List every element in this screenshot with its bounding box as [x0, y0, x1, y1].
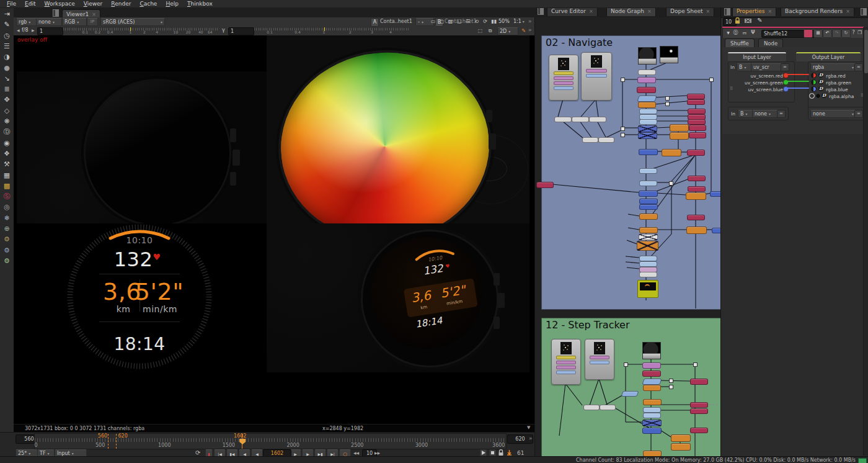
graph-node[interactable] — [638, 70, 656, 75]
more-chevron-icon[interactable]: » — [528, 18, 532, 24]
viewer-canvas[interactable]: overlay off 10:10 132 ♥ 3,6 5'2" k — [14, 35, 534, 424]
graph-node[interactable] — [639, 168, 657, 174]
time-icon[interactable]: ◷ — [0, 31, 14, 41]
graph-node[interactable] — [639, 214, 658, 220]
equals-button[interactable]: = — [777, 110, 786, 118]
display-channels-dropdown[interactable]: RGB▾ — [62, 18, 87, 26]
graph-node[interactable] — [639, 199, 658, 204]
graph-dot-node[interactable] — [693, 362, 698, 367]
panel-icon[interactable] — [537, 7, 544, 16]
transform-icon[interactable]: ✥ — [0, 95, 14, 105]
playhead[interactable]: 1602 — [242, 434, 242, 449]
fstop-next-icon[interactable]: ▶ — [32, 28, 35, 32]
graph-node[interactable] — [643, 399, 662, 405]
graph-node[interactable] — [712, 228, 721, 233]
toolsets-icon[interactable]: ⚒ — [0, 160, 14, 169]
deep-icon[interactable]: Ⓓ — [0, 127, 14, 137]
input-layer-dropdown[interactable]: uv_scr — [751, 63, 782, 71]
graph-node[interactable] — [687, 215, 705, 220]
graph-node[interactable] — [643, 407, 661, 413]
write-node[interactable] — [637, 280, 658, 298]
group-node[interactable] — [549, 55, 578, 101]
read-node[interactable] — [642, 342, 661, 359]
zoom-level-dropdown[interactable]: 50% — [498, 19, 510, 24]
graph-node[interactable] — [637, 241, 658, 251]
graph-node[interactable] — [598, 137, 614, 143]
menu-render[interactable]: Render — [107, 1, 135, 7]
input-a-value[interactable]: Conta..heet1 — [380, 19, 412, 24]
graph-dot-node[interactable] — [665, 102, 670, 106]
graph-node[interactable] — [710, 191, 721, 197]
graph-node[interactable] — [639, 109, 657, 114]
more-chevron-icon[interactable]: » — [529, 435, 533, 441]
menu-edit[interactable]: Edit — [20, 1, 40, 7]
read-node[interactable] — [660, 46, 678, 63]
graph-node[interactable] — [638, 125, 657, 132]
marquee-icon[interactable]: ⬚ — [476, 27, 484, 35]
graph-node[interactable] — [621, 391, 639, 397]
output-layer-header[interactable]: Output Layer — [796, 52, 861, 61]
play-panel-icon[interactable] — [480, 449, 487, 456]
graph-node[interactable] — [642, 371, 661, 377]
equals-button[interactable]: = — [781, 63, 789, 71]
metadata-icon[interactable]: ❖ — [0, 149, 14, 159]
equals-button[interactable]: = — [854, 110, 863, 118]
2d-view-dropdown[interactable]: 2D▾ — [497, 27, 518, 35]
input-process-button[interactable]: IP — [87, 18, 98, 26]
graph-dot-node[interactable] — [669, 385, 673, 389]
graph-node[interactable] — [687, 150, 705, 156]
graph-node[interactable] — [536, 182, 554, 188]
graph-node[interactable] — [639, 149, 658, 155]
graph-node[interactable] — [686, 227, 707, 234]
graph-node[interactable] — [639, 119, 657, 125]
graph-dot-node[interactable] — [624, 362, 628, 367]
alpha-ring-dot[interactable] — [809, 93, 815, 99]
group-node[interactable] — [581, 52, 612, 101]
graph-node[interactable] — [688, 176, 706, 181]
graph-node[interactable] — [688, 186, 706, 192]
graph-node[interactable] — [643, 385, 661, 391]
graph-dot-node[interactable] — [621, 127, 625, 131]
proxy-dropdown[interactable]: 1:1 ▾ — [513, 19, 525, 24]
graph-node[interactable] — [637, 77, 656, 83]
graph-node[interactable] — [572, 117, 589, 122]
gain-slider[interactable]: 0.10.20.412410204064 — [63, 27, 219, 34]
graph-node[interactable] — [643, 413, 661, 418]
wipe-icon[interactable]: ⧉ — [486, 27, 494, 35]
close-icon[interactable]: × — [589, 9, 593, 14]
graph-node[interactable] — [639, 227, 658, 233]
graph-node[interactable] — [637, 87, 656, 93]
read-node[interactable] — [638, 47, 657, 65]
bookmark-icon[interactable] — [506, 449, 513, 456]
input-toggle-dot[interactable] — [811, 73, 817, 78]
graph-node[interactable] — [639, 272, 657, 277]
input-a-badge[interactable]: A — [371, 18, 379, 27]
close-icon[interactable]: × — [768, 9, 772, 14]
depth-icon[interactable]: D — [818, 73, 823, 78]
tab-node[interactable]: Node — [758, 38, 783, 48]
graph-node[interactable] — [642, 420, 662, 426]
graph-dot-node[interactable] — [621, 133, 625, 137]
panel-icon[interactable] — [860, 7, 867, 16]
graph-node[interactable] — [688, 119, 706, 125]
graph-node[interactable] — [688, 109, 706, 114]
plugin-gear3-icon[interactable]: ⚙ — [0, 256, 14, 266]
edit-icon[interactable]: ✎ — [756, 17, 764, 24]
graph-node[interactable] — [671, 434, 691, 442]
depth-icon[interactable]: D — [818, 79, 823, 84]
ab-dropdown[interactable]: B▾ — [737, 63, 751, 71]
graph-node[interactable] — [639, 181, 657, 186]
graph-node[interactable] — [639, 261, 657, 267]
graph-node[interactable] — [642, 428, 662, 434]
skip-back-icon[interactable]: ◀◀ — [353, 451, 359, 455]
close-icon[interactable]: × — [647, 9, 652, 14]
gamma-field[interactable]: 1 — [228, 27, 254, 35]
info-dropdown-icon[interactable]: ▼ — [527, 425, 530, 430]
redo-icon[interactable]: ↷ — [832, 29, 841, 38]
plugin-globe-icon[interactable]: ⊕ — [0, 224, 14, 234]
graph-node[interactable] — [639, 191, 658, 197]
particles-icon[interactable]: ❋ — [0, 117, 14, 127]
output-layer-dropdown[interactable]: none▾ — [810, 110, 856, 118]
graph-node[interactable] — [643, 451, 662, 456]
gamma-slider[interactable]: 0.10.41234 — [254, 27, 409, 34]
